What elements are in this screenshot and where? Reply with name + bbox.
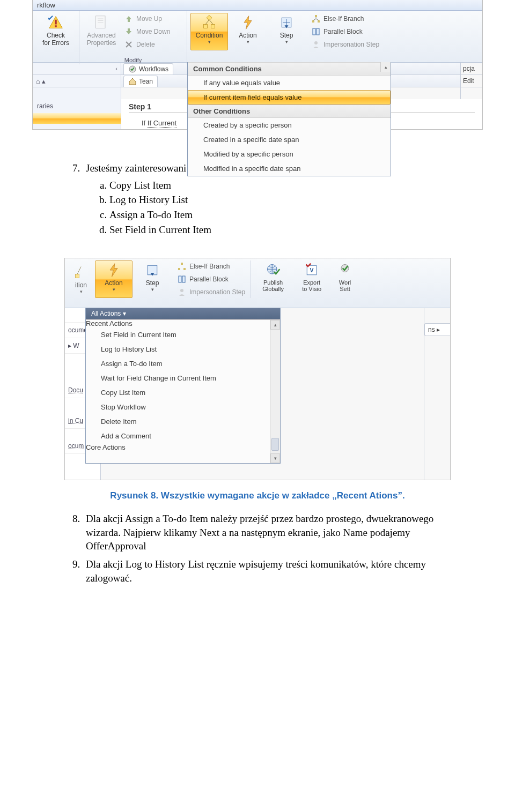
svg-line-13 xyxy=(209,20,213,25)
menu-item[interactable] xyxy=(86,451,280,463)
parallel-button[interactable]: Parallel Block xyxy=(175,274,247,284)
step-button[interactable]: Step ▾ xyxy=(268,13,305,50)
condition-dropdown: ▴ Common Conditions If any value equals … xyxy=(187,62,391,176)
scroll-up-icon[interactable]: ▴ xyxy=(380,62,391,72)
svg-rect-9 xyxy=(207,15,212,20)
scroll-thumb[interactable] xyxy=(271,438,279,451)
tab-team[interactable]: Tean xyxy=(123,76,158,87)
parallel-button[interactable]: Parallel Block xyxy=(310,27,381,36)
libraries-label: raries xyxy=(33,99,121,113)
menu-item[interactable]: Add a Comment xyxy=(86,429,280,443)
menu-item[interactable]: If any value equals value xyxy=(188,76,391,90)
delete-button[interactable]: Delete xyxy=(122,40,172,49)
svg-rect-28 xyxy=(178,268,180,270)
list-item: Dla akcji Log to History List ręcznie wp… xyxy=(83,557,456,585)
condition-icon xyxy=(201,14,217,31)
impersonation-button[interactable]: Impersonation Step xyxy=(175,287,247,297)
svg-rect-18 xyxy=(318,20,320,23)
scroll-up-icon[interactable]: ▴ xyxy=(270,320,280,330)
menu-item[interactable]: Set Field in Current Item xyxy=(86,327,280,342)
step-icon xyxy=(278,14,295,31)
check-icon xyxy=(337,262,353,278)
svg-point-21 xyxy=(314,41,318,44)
menu-item[interactable]: Modified by a specific person xyxy=(188,147,391,161)
btn-label: Advanced Properties xyxy=(87,32,116,47)
svg-rect-10 xyxy=(204,25,208,28)
left-pane: ‹ ⌂ ▴ xyxy=(33,63,121,99)
condition-button[interactable]: Condition ▾ xyxy=(190,13,228,50)
menu-item-selected[interactable]: If current item field equals value xyxy=(188,90,391,105)
tab-fragment[interactable]: ns ▸ xyxy=(424,323,450,336)
svg-rect-29 xyxy=(183,268,186,270)
selected-row[interactable] xyxy=(33,113,121,124)
ribbon: Check for Errors Advanced Properties Mov… xyxy=(33,11,482,63)
chevron-down-icon: ▾ xyxy=(247,39,249,44)
group-check: Check for Errors xyxy=(33,11,79,64)
scrollbar[interactable]: ▴ ▾ xyxy=(270,320,280,463)
collapse-icon[interactable]: ‹ xyxy=(33,63,121,75)
all-actions-header[interactable]: All Actions ▾ xyxy=(86,308,280,319)
action-button[interactable]: Action ▾ xyxy=(95,260,133,298)
group-insert: Condition ▾ Action ▾ Step ▾ Else-If xyxy=(187,11,482,64)
elseif-button[interactable]: Else-If Branch xyxy=(310,14,381,24)
check-errors-button[interactable]: Check for Errors xyxy=(36,13,76,48)
step-icon xyxy=(144,262,160,278)
svg-rect-3 xyxy=(96,16,106,28)
list-item: Dla akcji Assign a To-do Item należy prz… xyxy=(83,512,456,553)
menu-item[interactable]: Created by a specific person xyxy=(188,118,391,132)
svg-rect-17 xyxy=(312,20,314,23)
menu-header: Core Actions xyxy=(86,443,280,451)
svg-rect-2 xyxy=(55,25,57,27)
menu-item[interactable]: Stop Workflow xyxy=(86,400,280,414)
screenshot-action-ribbon: ition ▾ Action ▾ Step ▾ Else-If Bran xyxy=(64,258,451,480)
list-item: Copy List Item xyxy=(109,178,456,192)
menu-item[interactable]: Log to History List xyxy=(86,342,280,356)
person-icon xyxy=(178,288,186,296)
svg-line-12 xyxy=(205,20,209,25)
nav-up[interactable]: ⌂ ▴ xyxy=(33,75,121,87)
move-down-button[interactable]: Move Down xyxy=(122,27,172,36)
svg-rect-27 xyxy=(181,263,183,265)
check-icon xyxy=(128,65,137,73)
chevron-down-icon: ▾ xyxy=(208,39,211,44)
lightning-icon xyxy=(240,14,256,31)
tab-workflows[interactable]: Workflows xyxy=(123,63,173,75)
menu-item[interactable]: Modified in a specific date span xyxy=(188,161,391,176)
lightning-icon xyxy=(106,262,122,278)
menu-item[interactable]: Created in a specific date span xyxy=(188,132,391,147)
parallel-icon xyxy=(312,27,320,36)
advanced-properties-button[interactable]: Advanced Properties xyxy=(83,13,120,50)
figure-caption: Rysunek 8. Wszystkie wymagane akcje w za… xyxy=(59,490,456,502)
home-icon xyxy=(128,77,137,86)
impersonation-button[interactable]: Impersonation Step xyxy=(310,40,381,49)
screenshot-condition-ribbon: rkflow Check for Errors xyxy=(32,0,483,130)
action-button[interactable]: Action ▾ xyxy=(229,13,267,50)
svg-rect-11 xyxy=(211,25,215,28)
condition-frag[interactable]: ition ▾ xyxy=(68,260,94,298)
settings-frag[interactable]: Worl Sett xyxy=(332,260,358,298)
ribbon: ition ▾ Action ▾ Step ▾ Else-If Bran xyxy=(65,258,450,308)
warning-icon xyxy=(48,14,64,31)
publish-button[interactable]: Publish Globally xyxy=(254,260,292,298)
arrow-up-icon xyxy=(124,14,133,23)
step-button[interactable]: Step ▾ xyxy=(134,260,171,298)
svg-line-24 xyxy=(77,267,81,274)
menu-item[interactable]: Delete Item xyxy=(86,414,280,429)
action-dropdown: All Actions ▾ Recent Actions Set Field i… xyxy=(85,308,281,464)
elseif-button[interactable]: Else-If Branch xyxy=(175,262,247,271)
person-icon xyxy=(312,40,320,49)
scroll-down-icon[interactable]: ▾ xyxy=(270,453,280,463)
svg-rect-31 xyxy=(182,276,185,282)
move-up-button[interactable]: Move Up xyxy=(122,14,172,24)
list-item: Set Field in Current Item xyxy=(109,223,456,237)
menu-item[interactable]: Wait for Field Change in Current Item xyxy=(86,371,280,385)
svg-rect-16 xyxy=(315,15,317,17)
current-link[interactable]: If Current xyxy=(148,119,176,128)
btn-label: Condition xyxy=(196,32,223,39)
menu-item[interactable]: Assign a To-do Item xyxy=(86,356,280,371)
svg-rect-23 xyxy=(76,274,79,278)
export-button[interactable]: V Export to Visio xyxy=(293,260,330,298)
btn-label: Action xyxy=(239,32,256,39)
menu-item[interactable]: Copy List Item xyxy=(86,385,280,400)
btn-label: Check for Errors xyxy=(42,32,69,47)
